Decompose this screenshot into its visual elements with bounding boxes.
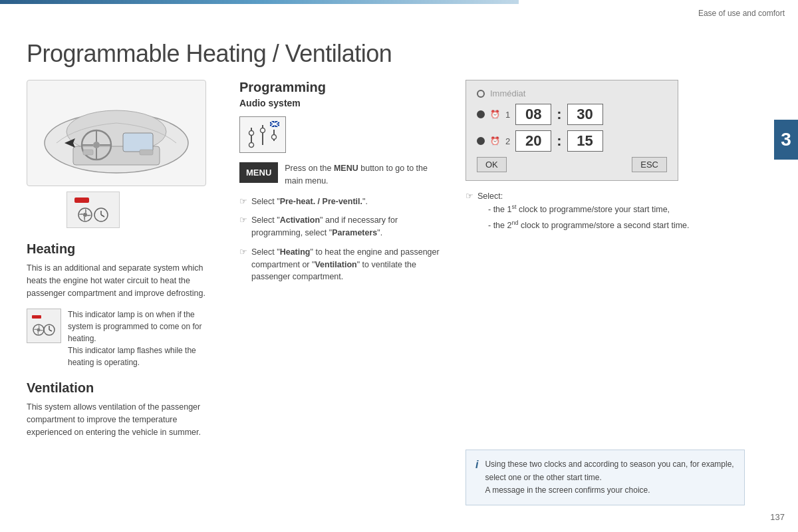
time-min-1: 30 [567, 104, 603, 125]
header-section: Ease of use and comfort [519, 0, 798, 18]
programming-heading: Programming [239, 80, 446, 95]
indicator-box: This indicator lamp is on when if the sy… [27, 309, 219, 368]
clock-num-2: 2 [505, 136, 510, 146]
info-box: i Using these two clocks and according t… [466, 450, 745, 505]
immediat-label: Immédiat [490, 88, 525, 98]
indicator-description: This indicator lamp is on when if the sy… [68, 309, 219, 368]
radio-circle-1 [477, 110, 485, 118]
colon-2: : [557, 132, 561, 150]
screen-immediat-row: Immédiat [477, 88, 667, 98]
left-column: Heating This is an additional and separa… [27, 80, 219, 439]
audio-icon-box [239, 116, 286, 153]
top-bar [0, 0, 519, 4]
screen-buttons: OK ESC [477, 157, 667, 172]
bullet-text-2: Select "Activation" and if necessary for… [251, 214, 446, 239]
bullet-arrow-3: ☞ [239, 247, 247, 257]
svg-point-36 [249, 143, 253, 148]
page-number: 137 [770, 512, 785, 522]
colon-1: : [557, 106, 561, 123]
chapter-number: 3 [781, 129, 791, 150]
ease-of-use-label: Ease of use and comfort [698, 9, 785, 18]
chapter-tab: 3 [774, 120, 798, 160]
svg-line-24 [49, 330, 52, 331]
middle-column: Programming Audio system MENU Press on t… [239, 80, 446, 290]
select-label: Select: [477, 190, 690, 203]
clock-num-1: 1 [505, 110, 510, 120]
svg-point-29 [260, 128, 265, 133]
bullet-arrow-2: ☞ [239, 215, 247, 225]
radio-circle-immediat [477, 90, 485, 98]
bullet-item-3: ☞ Select "Heating" to heat the engine an… [239, 246, 446, 283]
clock-icon-1: ⏰ [490, 110, 500, 119]
svg-line-18 [101, 215, 104, 217]
select-content: Select: - the 1st clock to programme/sto… [477, 190, 690, 235]
info-icon: i [475, 459, 478, 497]
ok-button[interactable]: OK [477, 157, 507, 172]
car-illustration [27, 80, 206, 186]
svg-rect-19 [32, 315, 41, 319]
heating-heading: Heating [27, 241, 219, 257]
radio-circle-2 [477, 137, 485, 145]
indicator-small-icon [27, 309, 61, 343]
svg-point-28 [249, 131, 253, 136]
svg-rect-13 [74, 198, 89, 203]
menu-button: MENU [239, 162, 278, 183]
ventilation-heading: Ventilation [27, 380, 219, 396]
bullet-arrow-1: ☞ [239, 196, 247, 206]
svg-point-30 [271, 135, 276, 140]
info-text: Using these two clocks and according to … [485, 458, 735, 497]
clock-icon-2: ⏰ [490, 136, 500, 146]
bullet-item-2: ☞ Select "Activation" and if necessary f… [239, 214, 446, 239]
page-title: Programmable Heating / Ventilation [27, 40, 392, 68]
menu-instruction: Press on the MENU button to go to the ma… [285, 162, 446, 188]
svg-rect-12 [83, 150, 93, 155]
bullet-text-3: Select "Heating" to heat the engine and … [251, 246, 446, 283]
svg-rect-9 [123, 133, 153, 152]
esc-button[interactable]: ESC [632, 157, 667, 172]
time-hour-2: 20 [515, 130, 551, 152]
bullet-text-1: Select "Pre-heat. / Pre-ventil.". [251, 196, 368, 208]
heating-section: Heating This is an additional and separa… [27, 241, 219, 368]
heating-text: This is an additional and separate syste… [27, 262, 219, 299]
svg-rect-11 [140, 150, 153, 155]
dashboard-svg [37, 86, 196, 180]
clock-2-row: ⏰ 2 20 : 15 [477, 130, 667, 152]
select-item: ☞ Select: - the 1st clock to programme/s… [466, 190, 745, 235]
time-hour-1: 08 [515, 104, 551, 125]
screen-display: Immédiat ⏰ 1 08 : 30 ⏰ 2 20 : 15 OK ESC [466, 80, 678, 181]
heating-clock-icon-large [66, 192, 120, 228]
bullet-arrow-select: ☞ [466, 191, 473, 201]
dash-item-2: - the 2nd clock to programme/store a sec… [488, 219, 690, 232]
time-min-2: 15 [567, 130, 603, 152]
menu-button-row: MENU Press on the MENU button to go to t… [239, 162, 446, 188]
ventilation-section: Ventilation This system allows ventilati… [27, 380, 219, 438]
ventilation-text: This system allows ventilation of the pa… [27, 401, 219, 438]
clock-1-row: ⏰ 1 08 : 30 [477, 104, 667, 125]
svg-point-4 [93, 142, 100, 148]
audio-system-heading: Audio system [239, 98, 446, 108]
dash-item-1: - the 1st clock to programme/store your … [488, 203, 690, 216]
right-column: Immédiat ⏰ 1 08 : 30 ⏰ 2 20 : 15 OK ESC … [466, 80, 745, 241]
bullet-item-1: ☞ Select "Pre-heat. / Pre-ventil.". [239, 196, 446, 208]
